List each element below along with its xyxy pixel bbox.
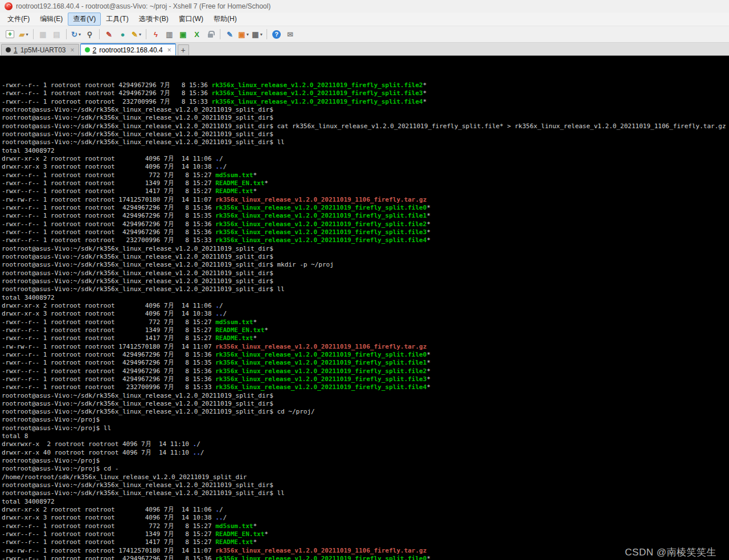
color-scheme-icon-glyph: ▣ [238, 31, 245, 38]
copy-icon-glyph: ▦ [39, 31, 46, 38]
window-title: rootroot192.168.40.4 - rootroot@asus-Viv… [16, 2, 271, 10]
terminal-line: -rwxr--r-- 1 rootroot rootroot 429496729… [2, 367, 729, 375]
session-status-icon [85, 47, 90, 52]
terminal-line: -rwxr--r-- 1 rootroot rootroot 772 7月 8 … [2, 171, 729, 179]
terminal-line: rootroot@asus-Vivo:~/sdk/rk356x_linux_re… [2, 130, 729, 138]
encoding-icon-glyph: ● [121, 31, 125, 38]
terminal-line: -rwxr--r-- 1 rootroot rootroot 429496729… [2, 555, 729, 560]
terminal-line: -rwxr--r-- 1 rootroot rootroot 429496729… [2, 220, 729, 228]
encoding-icon[interactable]: ● [116, 28, 129, 41]
feedback-icon-glyph: ✉ [287, 31, 293, 38]
tab-bar: 11p5M-UART03×2rootroot192.168.40.4×+ [0, 43, 729, 56]
terminal-line: total 34008972 [2, 147, 729, 155]
copy-icon: ▦ [36, 28, 50, 41]
new-tab-button[interactable]: + [178, 44, 189, 55]
terminal-line: -rwxr--r-- 1 rootroot rootroot 429496729… [2, 204, 729, 212]
dropdown-caret-icon[interactable]: ▾ [79, 32, 81, 37]
menu-tab[interactable]: 选项卡(B) [134, 13, 174, 26]
terminal-line: -rwxr--r-- 1 rootroot rootroot 1349 7月 8… [2, 179, 729, 187]
properties-icon[interactable]: ▥ [163, 28, 176, 41]
menu-view[interactable]: 查看(V) [68, 13, 101, 26]
paste-icon-glyph: ▤ [53, 31, 60, 38]
terminal-line: -rw-rw-r-- 1 rootroot rootroot 174125701… [2, 196, 729, 204]
dropdown-caret-icon[interactable]: ▾ [260, 32, 263, 37]
toolbar-separator [146, 29, 146, 39]
terminal-line: drwxr-xr-x 40 rootroot rootroot 4096 7月 … [2, 449, 729, 457]
reconnect-icon[interactable]: ↻▾ [69, 28, 83, 41]
terminal-line: -rwxr--r-- 1 rootroot rootroot 772 7月 8 … [2, 522, 729, 530]
terminal-line: rootroot@asus-Vivo:~/sdk/rk356x_linux_re… [2, 285, 729, 293]
find-icon[interactable]: ⚲ [83, 28, 96, 41]
terminal-line: rootroot@asus-Vivo:~/sdk/rk356x_linux_re… [2, 408, 729, 416]
highlight-icon-glyph: ✎ [132, 31, 138, 38]
terminal-line: rootroot@asus-Vivo:~/sdk/rk356x_linux_re… [2, 106, 729, 114]
open-folder-icon-glyph: ▰ [19, 31, 24, 38]
help-icon-glyph: ? [272, 30, 281, 39]
terminal-line: rootroot@asus-Vivo:~/sdk/rk356x_linux_re… [2, 261, 729, 269]
title-bar: rootroot192.168.40.4 - rootroot@asus-Viv… [0, 0, 729, 13]
toolbar-separator [99, 29, 100, 39]
menu-window[interactable]: 窗口(W) [174, 13, 208, 26]
terminal-line: rootroot@asus-Vivo:~/proj$ [2, 416, 729, 424]
terminal-line: -rwxr--r-- 1 rootroot rootroot 429496729… [2, 89, 729, 97]
terminal-line: drwxrwxr-x 2 rootroot rootroot 4096 7月 1… [2, 440, 729, 448]
terminal-line: -rwxr--r-- 1 rootroot rootroot 1349 7月 8… [2, 530, 729, 538]
file-transfer-icon[interactable]: ▣ [177, 28, 190, 41]
terminal-line: rootroot@asus-Vivo:~/sdk/rk356x_linux_re… [2, 122, 729, 130]
highlight-icon[interactable]: ✎▾ [130, 28, 143, 41]
menu-edit[interactable]: 编辑(E) [35, 13, 68, 26]
terminal-line: rootroot@asus-Vivo:~/sdk/rk356x_linux_re… [2, 114, 729, 122]
watermark: CSDN @南棱笑笑生 [625, 549, 716, 557]
find-icon-glyph: ⚲ [87, 31, 93, 38]
layout-icon[interactable]: ▦▾ [251, 28, 264, 41]
terminal-line: rootroot@asus-Vivo:~/sdk/rk356x_linux_re… [2, 392, 729, 400]
terminal-line: -rwxr--r-- 1 rootroot rootroot 232700996… [2, 236, 729, 244]
compose-icon[interactable]: ✎ [103, 28, 116, 41]
xshell-logo-icon [5, 2, 13, 10]
terminal-line: drwxr-xr-x 3 rootroot rootroot 4096 7月 1… [2, 310, 729, 318]
terminal-line: drwxr-xr-x 2 rootroot rootroot 4096 7月 1… [2, 506, 729, 514]
terminal-line: total 34008972 [2, 498, 729, 506]
lock-icon-glyph [208, 34, 213, 38]
toolbar-separator [267, 29, 267, 39]
fullscreen-icon-glyph: X [194, 31, 199, 38]
terminal-line: -rwxr--r-- 1 rootroot rootroot 429496729… [2, 212, 729, 220]
terminal-line: -rwxr--r-- 1 rootroot rootroot 1417 7月 8… [2, 334, 729, 342]
terminal[interactable]: CSDN @南棱笑笑生 -rwxr--r-- 1 rootroot rootro… [0, 56, 729, 560]
properties-icon-glyph: ▥ [166, 31, 173, 38]
compose-icon-glyph: ✎ [106, 31, 112, 38]
menu-help[interactable]: 帮助(H) [208, 13, 242, 26]
terminal-line: rootroot@asus-Vivo:~/sdk/rk356x_linux_re… [2, 269, 729, 277]
menu-tools[interactable]: 工具(T) [101, 13, 133, 26]
help-icon[interactable]: ? [270, 28, 283, 41]
dropdown-caret-icon[interactable]: ▾ [247, 32, 249, 37]
dropdown-caret-icon[interactable]: ▾ [139, 32, 141, 37]
dropdown-caret-icon[interactable]: ▾ [26, 32, 28, 37]
terminal-line: -rwxr--r-- 1 rootroot rootroot 1417 7月 8… [2, 538, 729, 546]
terminal-line: -rw-rw-r-- 1 rootroot rootroot 174125701… [2, 547, 729, 555]
color-scheme-icon[interactable]: ▣▾ [237, 28, 250, 41]
fullscreen-icon[interactable]: X [190, 28, 203, 41]
pen-icon[interactable]: ✎ [223, 28, 236, 41]
terminal-line: -rwxr--r-- 1 rootroot rootroot 232700996… [2, 383, 729, 391]
terminal-line: -rwxr--r-- 1 rootroot rootroot 772 7月 8 … [2, 318, 729, 326]
terminal-line: -rwxr--r-- 1 rootroot rootroot 429496729… [2, 351, 729, 359]
terminal-line: /home/rootroot/sdk/rk356x_linux_release_… [2, 473, 729, 481]
terminal-line: rootroot@asus-Vivo:~/proj$ [2, 457, 729, 465]
terminal-line: drwxr-xr-x 3 rootroot rootroot 4096 7月 1… [2, 163, 729, 171]
terminal-line: -rwxr--r-- 1 rootroot rootroot 232700996… [2, 98, 729, 106]
open-folder-icon[interactable]: ▰▾ [17, 28, 30, 41]
terminal-line: rootroot@asus-Vivo:~/sdk/rk356x_linux_re… [2, 400, 729, 408]
disconnect-icon[interactable]: ϟ [149, 28, 162, 41]
tab-1p5m-uart03[interactable]: 11p5M-UART03× [1, 44, 79, 55]
lock-icon[interactable] [204, 28, 217, 41]
terminal-line: -rwxr--r-- 1 rootroot rootroot 429496729… [2, 375, 729, 383]
menu-file[interactable]: 文件(F) [2, 13, 35, 26]
terminal-line: rootroot@asus-Vivo:~/proj$ ll [2, 424, 729, 432]
new-session-icon-glyph: + [6, 30, 14, 38]
tab-close-icon[interactable]: × [71, 47, 75, 54]
tab-close-icon[interactable]: × [167, 47, 171, 54]
feedback-icon[interactable]: ✉ [284, 28, 297, 41]
new-session-icon[interactable]: + [3, 28, 17, 41]
tab-rootroot-192-168-40-4[interactable]: 2rootroot192.168.40.4× [80, 43, 176, 55]
